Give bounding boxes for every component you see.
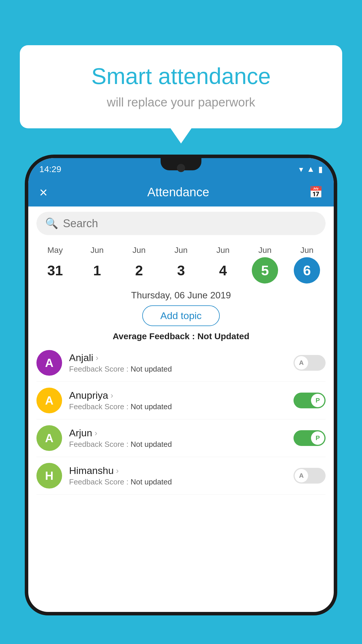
student-info: Arjun › Feedback Score : Not updated [69,427,289,449]
list-item: A Anupriya › Feedback Score : Not update… [36,382,326,419]
date-col-jun6[interactable]: Jun 6 [289,246,324,284]
search-bar[interactable]: 🔍 [36,212,326,235]
toggle-absent: A [294,355,326,371]
date-col-jun4[interactable]: Jun 4 [205,246,240,284]
toggle-absent: A [294,468,326,484]
student-feedback: Feedback Score : Not updated [69,477,289,487]
chevron-right-icon: › [110,391,113,400]
attendance-toggle[interactable]: A [294,468,326,484]
chevron-right-icon: › [94,428,97,438]
search-input[interactable] [63,217,317,230]
date-col-jun3[interactable]: Jun 3 [164,246,198,284]
date-col-jun5[interactable]: Jun 5 [247,246,282,284]
search-icon: 🔍 [45,217,58,230]
list-item: A Anjali › Feedback Score : Not updated … [36,344,326,382]
student-info: Anjali › Feedback Score : Not updated [69,352,289,374]
avg-feedback-value: Not Updated [197,331,249,341]
date-col-jun1[interactable]: Jun 1 [80,246,115,284]
speech-bubble-container: Smart attendance will replace your paper… [20,45,342,128]
phone-container: 14:29 ▾ ▲ ▮ × Attendance 📅 🔍 [25,155,337,644]
phone-notch [161,158,201,170]
speech-bubble: Smart attendance will replace your paper… [20,45,342,128]
student-list: A Anjali › Feedback Score : Not updated … [28,344,334,495]
battery-icon: ▮ [318,164,323,174]
phone-screen: 14:29 ▾ ▲ ▮ × Attendance 📅 🔍 [28,158,334,612]
student-name[interactable]: Arjun › [69,427,289,439]
chevron-right-icon: › [96,353,98,363]
toggle-knob: A [295,356,308,370]
phone-outer: 14:29 ▾ ▲ ▮ × Attendance 📅 🔍 [25,155,337,615]
student-info: Himanshu › Feedback Score : Not updated [69,465,289,487]
wifi-icon: ▾ [299,164,303,174]
toggle-knob: A [295,469,308,482]
avg-feedback: Average Feedback : Not Updated [28,331,334,341]
status-icons: ▾ ▲ ▮ [299,164,323,174]
toggle-knob: P [311,431,324,445]
calendar-row: May 31 Jun 1 Jun 2 Jun 3 Jun 4 [28,240,334,284]
toggle-knob: P [311,394,324,407]
close-button[interactable]: × [39,184,48,200]
signal-icon: ▲ [307,164,315,174]
app-header: × Attendance 📅 [28,178,334,206]
chevron-right-icon: › [116,466,119,475]
student-feedback: Feedback Score : Not updated [69,402,289,411]
date-col-jun2[interactable]: Jun 2 [122,246,157,284]
avatar: A [36,350,62,376]
student-name[interactable]: Anjali › [69,352,289,363]
date-col-may31[interactable]: May 31 [38,246,73,284]
bubble-subtitle: will replace your paperwork [43,95,319,109]
status-time: 14:29 [39,164,61,174]
toggle-present: P [294,430,326,446]
student-info: Anupriya › Feedback Score : Not updated [69,390,289,411]
student-name[interactable]: Himanshu › [69,465,289,476]
attendance-toggle[interactable]: P [294,430,326,446]
add-topic-button[interactable]: Add topic [142,305,220,326]
student-feedback: Feedback Score : Not updated [69,440,289,449]
avg-feedback-label: Average Feedback : [113,331,197,341]
avatar: H [36,463,62,489]
phone-camera [177,164,185,172]
attendance-toggle[interactable]: P [294,393,326,408]
header-title: Attendance [147,185,209,199]
toggle-present: P [294,393,326,408]
list-item: A Arjun › Feedback Score : Not updated P [36,419,326,457]
calendar-icon[interactable]: 📅 [309,186,323,199]
selected-date-label: Thursday, 06 June 2019 [28,290,334,301]
student-name[interactable]: Anupriya › [69,390,289,401]
avatar: A [36,425,62,451]
student-feedback: Feedback Score : Not updated [69,365,289,374]
avatar: A [36,388,62,413]
attendance-toggle[interactable]: A [294,355,326,371]
bubble-title: Smart attendance [43,63,319,90]
list-item: H Himanshu › Feedback Score : Not update… [36,457,326,495]
